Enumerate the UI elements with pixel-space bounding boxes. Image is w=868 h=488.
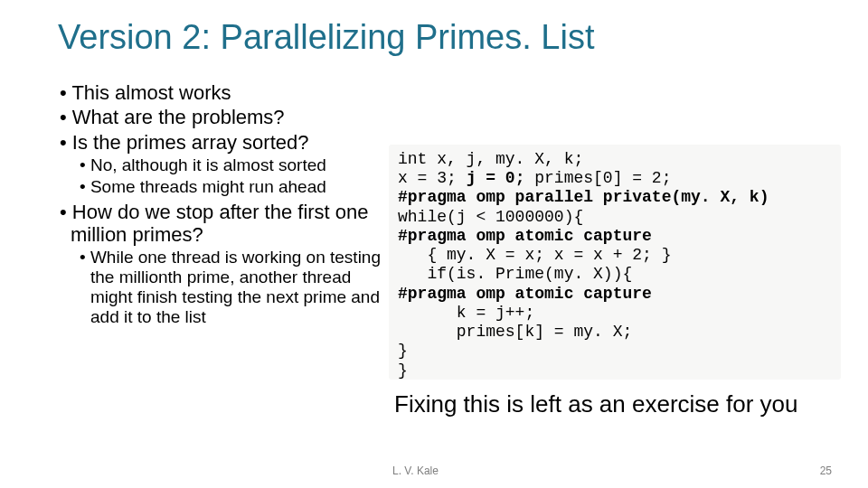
slide-title: Version 2: Parallelizing Primes. List bbox=[58, 18, 594, 57]
code-line-5: #pragma omp atomic capture bbox=[398, 227, 652, 245]
code-block: int x, j, my. X, k; x = 3; j = 0; primes… bbox=[389, 145, 841, 380]
bullet-3a: No, although it is almost sorted bbox=[58, 155, 383, 175]
bullet-1: This almost works bbox=[58, 81, 383, 104]
slide: Version 2: Parallelizing Primes. List Th… bbox=[0, 0, 868, 488]
code-line-11: } bbox=[398, 342, 408, 360]
code-line-1: int x, j, my. X, k; bbox=[398, 150, 583, 168]
code-line-6: { my. X = x; x = x + 2; } bbox=[398, 246, 671, 264]
code-line-4: while(j < 1000000){ bbox=[398, 208, 583, 226]
code-line-2b: j = 0; bbox=[467, 169, 525, 187]
footer-author: L. V. Kale bbox=[392, 465, 439, 477]
slide-number: 25 bbox=[820, 465, 832, 477]
code-line-2a: x = 3; bbox=[398, 169, 467, 187]
body-text: This almost works What are the problems?… bbox=[58, 81, 383, 329]
code-line-9: k = j++; bbox=[398, 304, 534, 322]
bullet-3b: Some threads might run ahead bbox=[58, 177, 383, 197]
code-line-8: #pragma omp atomic capture bbox=[398, 285, 652, 303]
bullet-4a: While one thread is working on testing t… bbox=[58, 248, 383, 326]
bullet-4: How do we stop after the first one milli… bbox=[58, 201, 383, 247]
code-line-7: if(is. Prime(my. X)){ bbox=[398, 265, 632, 283]
code-line-3: #pragma omp parallel private(my. X, k) bbox=[398, 188, 769, 206]
code-line-10: primes[k] = my. X; bbox=[398, 323, 632, 341]
exercise-note: Fixing this is left as an exercise for y… bbox=[394, 390, 798, 418]
bullet-3: Is the primes array sorted? bbox=[58, 131, 383, 154]
code-line-12: } bbox=[398, 361, 408, 380]
bullet-2: What are the problems? bbox=[58, 106, 383, 128]
code-line-2c: primes[0] = 2; bbox=[524, 169, 671, 187]
